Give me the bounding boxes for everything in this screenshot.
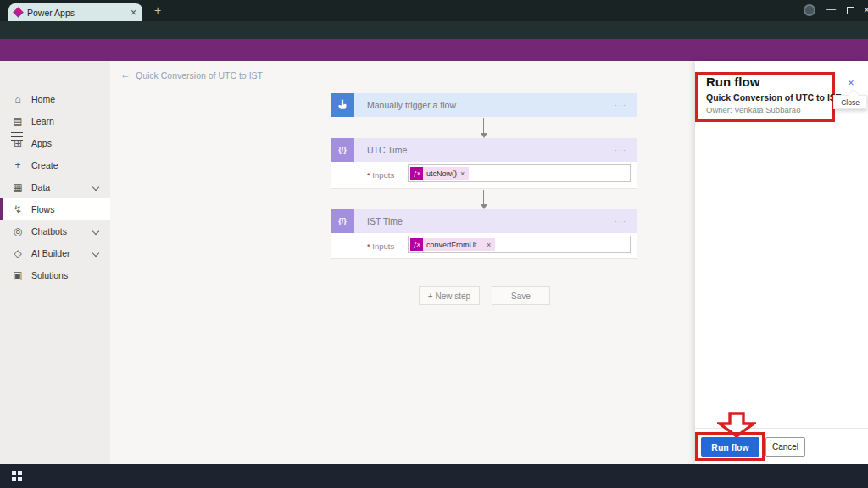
inputs-label: * Inputs [367,241,394,251]
compose-action-icon: {/} [331,209,354,233]
expression-pill[interactable]: ƒx utcNow() × [410,167,469,180]
sidebar-item-apps[interactable]: ⊞ Apps [0,132,110,154]
solutions-icon: ▣ [12,269,24,281]
chatbots-icon: ◎ [12,225,24,237]
chevron-down-icon[interactable] [92,250,99,257]
remove-expression-icon[interactable]: × [487,241,491,249]
browser-tab[interactable]: Power Apps × [8,3,142,21]
apps-icon: ⊞ [12,137,24,149]
card-menu-icon[interactable]: ··· [615,101,627,109]
window-minimize-button[interactable]: — [826,3,836,14]
tab-close-icon[interactable]: × [131,7,136,19]
card-menu-icon[interactable]: ··· [615,146,627,154]
sidebar-item-ai-builder[interactable]: ◇ AI Builder [0,242,110,264]
trigger-card[interactable]: Manually trigger a flow ··· [331,93,637,117]
remove-expression-icon[interactable]: × [460,169,465,178]
window-close-button[interactable]: × [864,4,868,16]
windows-taskbar: Type here to search O N ☁ T9+ W ? ☁ 27°C… [0,464,868,488]
window-maximize-button[interactable] [847,7,854,14]
new-step-button[interactable]: + New step [419,286,480,305]
new-tab-button[interactable]: + [154,3,161,17]
card-menu-icon[interactable]: ··· [615,217,627,225]
panel-flow-name: Quick Conversion of UTC to IST [706,92,841,103]
inputs-label: * Inputs [367,170,394,180]
create-plus-icon: + [12,159,24,171]
flow-connector-arrow [483,118,484,134]
inputs-field[interactable]: ƒx convertFromUt... × [408,236,631,253]
sidebar-item-flows[interactable]: ↯ Flows [0,198,110,220]
step-card-utc-time[interactable]: {/} UTC Time ··· * Inputs ƒx utcNow() × [331,138,637,189]
power-apps-header: Power Apps Search Environment DevEnviron… [0,39,868,61]
fx-icon: ƒx [410,167,423,180]
sidebar-item-create[interactable]: + Create [0,154,110,176]
cancel-button[interactable]: Cancel [765,437,805,457]
panel-close-icon[interactable]: × [848,76,854,89]
save-button[interactable]: Save [492,286,550,305]
manual-trigger-icon [331,93,354,117]
sidebar-item-learn[interactable]: ▤ Learn [0,110,110,132]
step-card-title: IST Time [367,216,615,226]
back-breadcrumb-icon[interactable]: ← [120,69,131,80]
expression-pill[interactable]: ƒx convertFromUt... × [410,238,495,251]
power-apps-favicon [13,7,24,18]
browser-tab-strip: Power Apps × + — × [0,0,868,21]
trigger-card-title: Manually trigger a flow [367,100,615,110]
close-tooltip: Close [833,95,867,109]
inputs-field[interactable]: ƒx utcNow() × [408,164,631,182]
data-table-icon: ▦ [12,181,24,193]
sidebar-item-solutions[interactable]: ▣ Solutions [0,264,110,286]
fx-icon: ƒx [410,238,423,251]
browser-toolbar: ← → ⟳ make.powerapps.com/environments/82… [0,21,868,39]
run-flow-button[interactable]: Run flow [701,437,760,457]
run-flow-panel: Run flow Quick Conversion of UTC to IST … [695,61,868,464]
flow-canvas: ← Quick Conversion of UTC to IST Manuall… [110,61,695,464]
panel-owner: Owner: Venkata Subbarao [706,105,800,114]
home-icon: ⌂ [12,93,24,105]
tab-title: Power Apps [27,8,125,18]
browser-profile-icon[interactable] [804,4,815,16]
step-card-title: UTC Time [367,145,615,155]
breadcrumb: Quick Conversion of UTC to IST [136,70,263,80]
step-card-ist-time[interactable]: {/} IST Time ··· * Inputs ƒx convertFrom… [331,209,637,259]
sidebar-item-chatbots[interactable]: ◎ Chatbots [0,220,110,242]
compose-action-icon: {/} [331,138,354,162]
learn-icon: ▤ [12,115,24,127]
chevron-down-icon[interactable] [92,228,99,235]
sidebar-item-home[interactable]: ⌂ Home [0,88,110,110]
sidebar: ⌂ Home ▤ Learn ⊞ Apps + Create ▦ Data ↯ … [0,61,110,464]
chevron-down-icon[interactable] [92,184,99,191]
ai-builder-icon: ◇ [12,247,24,259]
start-button[interactable] [12,471,22,481]
flow-connector-arrow [483,190,484,205]
panel-title: Run flow [706,75,760,89]
flows-icon: ↯ [12,203,24,215]
sidebar-item-data[interactable]: ▦ Data [0,176,110,198]
